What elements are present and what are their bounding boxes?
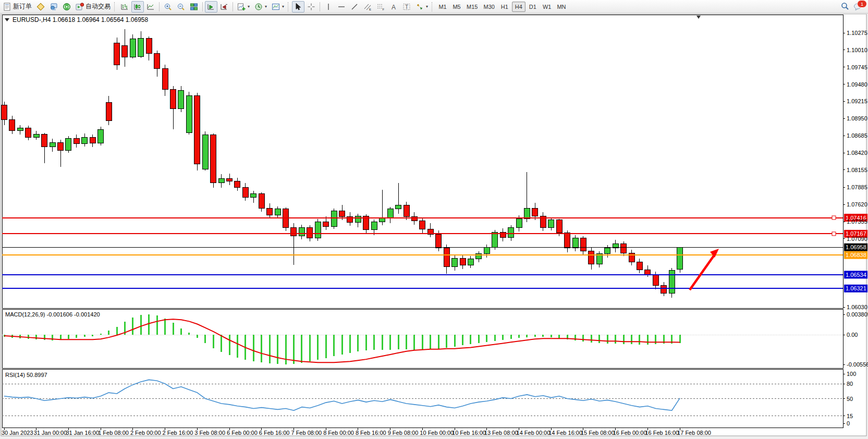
templates-icon [272,3,280,11]
cursor-button[interactable] [292,1,304,13]
timeframe-m15-button[interactable]: M15 [464,2,480,12]
x-axis-label[interactable]: 7 Feb 08:00 [291,430,322,436]
x-axis-label[interactable]: 9 Feb 08:00 [388,430,419,436]
price-tag-label: 1.06958 [846,244,866,250]
signals-button[interactable] [60,1,73,13]
candle-body [130,39,136,57]
candlestick-chart-icon [133,3,142,11]
x-axis-label[interactable]: 31 Jan 00:00 [34,430,67,436]
candle-body [556,220,562,233]
new-order-button[interactable]: 新订单 [1,1,34,13]
strategy-tester-button[interactable] [47,1,60,13]
templates-button[interactable]: ▾ [270,1,286,13]
auto-scroll-button[interactable] [205,1,217,13]
trendline-button[interactable] [348,1,361,13]
candle-body [500,233,506,238]
candle-body [283,209,289,228]
rsi-indicator-label: RSI(14) 50.8997 [5,372,47,378]
rsi-axis-label: 100 [847,371,856,377]
timeframe-group: M1M5M15M30H1H4D1W1MN [436,2,568,12]
candle-body [484,247,490,253]
timeframe-h4-button[interactable]: H4 [512,2,525,12]
candle-body [162,69,168,90]
bar-chart-button[interactable] [118,1,131,13]
candlestick-chart-button[interactable] [131,1,144,13]
x-axis-label[interactable]: 14 Feb 16:00 [548,430,582,436]
x-axis-label[interactable]: 31 Jan 16:00 [66,430,99,436]
candle-body [74,139,79,144]
x-axis-label[interactable]: 6 Feb 00:00 [227,430,258,436]
indicators-button[interactable]: ▾ [235,1,252,13]
x-axis-label[interactable]: 6 Feb 16:00 [259,430,290,436]
x-axis-label[interactable]: 17 Feb 08:00 [677,430,711,436]
chart-shift-button[interactable] [218,1,230,13]
toolbar-grip [432,2,434,11]
x-axis-label[interactable]: 1 Feb 08:00 [98,430,129,436]
chart-canvas[interactable]: 1.074161.071671.069581.068381.065341.063… [0,14,868,439]
x-axis-label[interactable]: 2 Feb 16:00 [163,430,193,436]
arrows-button[interactable]: ▾ [413,1,430,13]
candle-body [404,205,409,216]
candle-body [572,238,578,248]
candle-body [227,179,233,181]
y-axis-label: 1.08420 [847,150,867,156]
dropdown-caret: ▾ [426,4,428,9]
vertical-line-button[interactable] [322,1,335,13]
text-label-button[interactable]: T [400,1,413,13]
candle-body [323,222,329,227]
x-axis-label[interactable]: 15 Feb 08:00 [581,430,615,436]
zoom-in-button[interactable] [162,1,174,13]
candle-body [122,45,128,57]
candle-body [154,53,160,69]
metaeditor-button[interactable] [34,1,47,13]
candle-body [605,248,610,253]
horizontal-line-button[interactable] [335,1,348,13]
x-axis-label[interactable]: 30 Jan 2023 [2,430,33,436]
new-order-icon [3,3,11,11]
channel-button[interactable]: E [361,1,374,13]
x-axis-label[interactable]: 3 Feb 08:00 [194,430,225,436]
y-axis-label: 1.07620 [847,201,867,208]
candle-body [42,134,47,147]
timeframe-d1-button[interactable]: D1 [526,2,540,12]
notification-badge: 1 [857,0,867,8]
candle-body [106,102,112,120]
timeframe-m1-button[interactable]: M1 [436,2,449,12]
x-axis-label[interactable]: 13 Feb 08:00 [484,430,518,436]
candle-body [9,120,15,131]
x-axis-label[interactable]: 2 Feb 00:00 [130,430,161,436]
line-chart-button[interactable] [144,1,157,13]
search-icon[interactable] [841,2,849,10]
text-label-icon: T [402,3,411,11]
candle-body [508,228,514,238]
fibonacci-button[interactable]: F [374,1,387,13]
timeframe-h1-button[interactable]: H1 [498,2,511,12]
svg-text:A: A [392,3,396,10]
timeframe-m5-button[interactable]: M5 [450,2,463,12]
y-axis-label: 1.08685 [847,132,867,139]
x-axis-label[interactable]: 8 Feb 16:00 [356,430,386,436]
x-axis-label[interactable]: 16 Feb 16:00 [645,430,679,436]
price-panel[interactable] [2,15,843,308]
x-axis-label[interactable]: 16 Feb 00:00 [613,430,647,436]
periods-button[interactable]: ▾ [252,1,269,13]
x-axis-label[interactable]: 10 Feb 00:00 [420,430,454,436]
macd-axis-label: -0.005569 [847,361,868,368]
chat-button[interactable]: 1 [853,1,865,11]
line-handle[interactable] [832,216,836,219]
price-tag-label: 1.06534 [846,272,866,278]
candle-body [178,91,184,109]
x-axis-label[interactable]: 8 Feb 00:00 [323,430,354,436]
crosshair-button[interactable] [305,1,317,13]
text-button[interactable]: A [387,1,400,13]
x-axis-label[interactable]: 10 Feb 16:00 [452,430,486,436]
line-handle[interactable] [832,232,836,236]
timeframe-w1-button[interactable]: W1 [540,2,554,12]
candle-body [186,96,192,133]
auto-trading-button[interactable]: 自动交易 [74,1,113,13]
tile-windows-button[interactable] [188,1,200,13]
zoom-out-button[interactable] [175,1,187,13]
timeframe-mn-button[interactable]: MN [554,2,568,12]
timeframe-m30-button[interactable]: M30 [481,2,497,12]
x-axis-label[interactable]: 14 Feb 00:00 [517,430,551,436]
